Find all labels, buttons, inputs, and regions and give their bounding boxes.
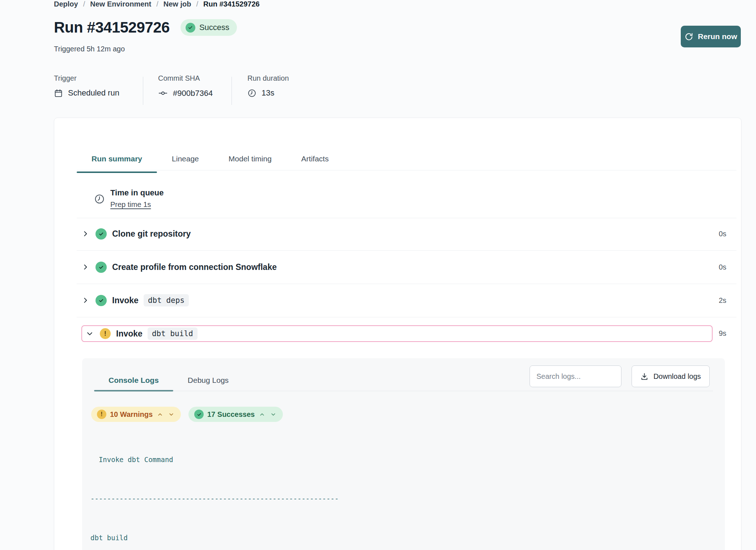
log-command: dbt build <box>89 531 715 544</box>
breadcrumb-new-job[interactable]: New job <box>163 0 191 8</box>
step-duration: 9s <box>719 329 726 338</box>
warnings-count-badge: ! 10 Warnings <box>91 407 181 422</box>
run-tabs: Run summary Lineage Model timing Artifac… <box>77 148 344 169</box>
tab-model-timing[interactable]: Model timing <box>214 148 286 169</box>
log-tabs: Console Logs Debug Logs <box>94 371 243 390</box>
row-divider <box>77 284 736 284</box>
download-logs-label: Download logs <box>653 372 701 381</box>
chevron-right-icon[interactable] <box>82 263 89 271</box>
clock-icon <box>247 89 256 98</box>
breadcrumb-new-environment[interactable]: New Environment <box>90 0 151 8</box>
successes-count-badge: 17 Successes <box>188 407 283 422</box>
chevron-right-icon[interactable] <box>82 297 89 304</box>
breadcrumb: Deploy / New Environment / New job / Run… <box>54 0 260 8</box>
page-title: Run #341529726 <box>54 19 170 36</box>
successes-prev-chevron-up-icon[interactable] <box>258 411 266 418</box>
commit-sha-label: Commit SHA <box>158 74 213 82</box>
status-badge-label: Success <box>199 23 229 32</box>
rerun-button-label: Rerun now <box>698 32 737 41</box>
commit-icon <box>158 88 168 98</box>
tab-run-summary[interactable]: Run summary <box>77 148 157 169</box>
search-logs-input[interactable] <box>530 365 621 387</box>
step-duration: 2s <box>719 296 726 305</box>
rerun-icon <box>684 32 693 41</box>
warnings-count-label: 10 Warnings <box>110 410 153 419</box>
step-row-create-profile[interactable]: Create profile from connection Snowflake… <box>77 260 736 274</box>
successes-count-label: 17 Successes <box>207 410 255 419</box>
breadcrumb-separator: / <box>83 0 85 8</box>
step-command-chip: dbt deps <box>144 294 189 306</box>
download-icon <box>640 372 649 381</box>
successes-next-chevron-down-icon[interactable] <box>269 411 277 418</box>
triggered-timestamp: Triggered 5h 12m ago <box>54 45 125 53</box>
commit-sha-value: #900b7364 <box>173 89 213 98</box>
breadcrumb-deploy[interactable]: Deploy <box>54 0 78 8</box>
chevron-right-icon[interactable] <box>82 230 89 237</box>
queue-clock-icon <box>94 194 105 204</box>
row-divider <box>77 250 736 251</box>
step-label: Invoke <box>112 296 139 305</box>
meta-trigger: Trigger Scheduled run <box>54 74 119 98</box>
meta-divider <box>232 77 232 105</box>
step-label: Invoke <box>116 329 143 339</box>
log-tabs-divider <box>94 391 713 391</box>
step-row-clone-git[interactable]: Clone git repository 0s <box>77 227 736 241</box>
rerun-now-button[interactable]: Rerun now <box>681 26 741 47</box>
success-check-icon <box>186 23 195 33</box>
warnings-next-chevron-down-icon[interactable] <box>167 411 175 418</box>
chevron-down-icon[interactable] <box>86 330 93 337</box>
step-row-dbt-build-expanded[interactable]: ! Invoke dbt build <box>81 325 713 342</box>
step-duration: 0s <box>719 230 726 238</box>
breadcrumb-separator: / <box>196 0 198 8</box>
success-check-icon <box>194 410 204 419</box>
warning-icon: ! <box>100 328 111 339</box>
log-divider-line: ----------------------------------------… <box>89 492 715 505</box>
tab-debug-logs[interactable]: Debug Logs <box>173 371 243 390</box>
run-duration-value: 13s <box>262 88 274 98</box>
meta-commit: Commit SHA #900b7364 <box>158 74 213 98</box>
success-check-icon <box>95 262 107 273</box>
breadcrumb-current-run: Run #341529726 <box>203 0 260 8</box>
trigger-value: Scheduled run <box>68 88 119 98</box>
prep-time-link[interactable]: Prep time 1s <box>110 200 151 209</box>
meta-duration: Run duration 13s <box>247 74 289 98</box>
run-duration-label: Run duration <box>247 74 289 82</box>
breadcrumb-separator: / <box>156 0 158 8</box>
tab-artifacts[interactable]: Artifacts <box>286 148 344 169</box>
trigger-label: Trigger <box>54 74 119 82</box>
status-badge: Success <box>180 19 237 36</box>
header: Run #341529726 Success <box>54 19 237 36</box>
calendar-icon <box>54 89 63 98</box>
step-label: Create profile from connection Snowflake <box>112 262 277 272</box>
step-command-chip: dbt build <box>148 327 198 340</box>
step-label: Clone git repository <box>112 229 191 239</box>
step-row-dbt-deps[interactable]: Invoke dbt deps 2s <box>77 293 736 308</box>
row-divider <box>77 317 736 317</box>
meta-divider <box>143 77 143 105</box>
console-log-output: Invoke dbt Command ---------------------… <box>89 427 715 550</box>
success-check-icon <box>95 228 107 240</box>
tab-lineage[interactable]: Lineage <box>157 148 214 169</box>
warnings-prev-chevron-up-icon[interactable] <box>156 411 164 418</box>
warning-icon: ! <box>97 410 106 419</box>
success-check-icon <box>95 295 107 306</box>
row-divider <box>77 218 736 218</box>
time-in-queue-title: Time in queue <box>110 188 164 198</box>
download-logs-button[interactable]: Download logs <box>632 365 710 387</box>
tab-console-logs[interactable]: Console Logs <box>94 371 173 390</box>
tabs-divider <box>77 170 736 170</box>
step-duration: 0s <box>719 263 726 271</box>
log-command-title: Invoke dbt Command <box>89 453 715 466</box>
